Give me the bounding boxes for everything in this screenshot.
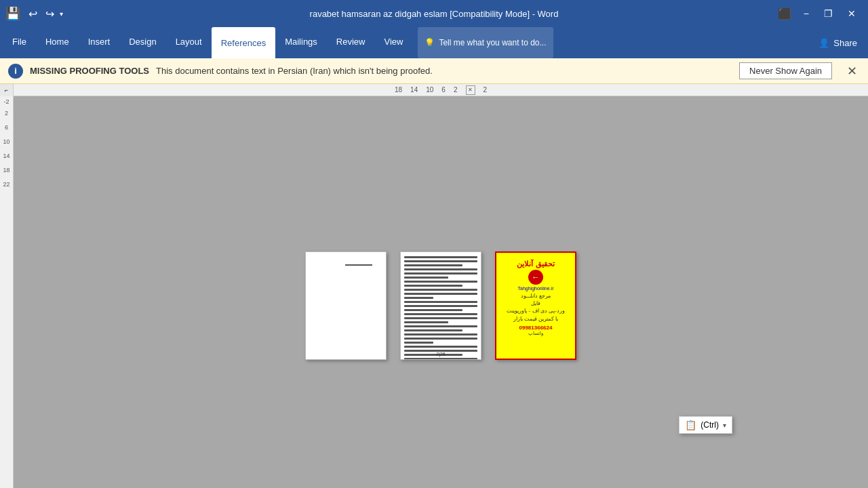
- restore-button[interactable]: ❐: [817, 0, 840, 27]
- quick-access-toolbar: 💾 ↩ ↪ ▾: [5, 6, 141, 22]
- paste-icon: 📋: [685, 420, 696, 430]
- horizontal-ruler: 18 14 10 6 2 ✕ 2: [14, 84, 868, 96]
- ruler-mark: 2: [454, 86, 458, 94]
- text-line: [404, 281, 477, 283]
- window-title: ravabet hamsaran az didgah eslam [Compat…: [141, 9, 727, 19]
- text-line: [404, 321, 448, 323]
- tab-mailings[interactable]: Mailings: [275, 27, 327, 58]
- text-line: [404, 260, 477, 262]
- text-line: [404, 272, 477, 274]
- document-page-1[interactable]: [305, 251, 387, 360]
- page-content: [401, 252, 481, 360]
- tab-design[interactable]: Design: [119, 27, 165, 58]
- lightbulb-icon: 💡: [425, 38, 435, 47]
- text-line: [404, 285, 462, 287]
- text-line: [404, 305, 477, 307]
- ruler-num: -2: [3, 99, 9, 105]
- tab-layout[interactable]: Layout: [166, 27, 212, 58]
- tab-file[interactable]: File: [3, 27, 36, 58]
- ruler-mark: 14: [410, 86, 418, 94]
- text-line: [404, 309, 462, 311]
- document-page-3[interactable]: تحقیق آنلاین ← Tahghighonline.ir مرجع دا…: [495, 251, 576, 360]
- ad-content: تحقیق آنلاین ← Tahghighonline.ir مرجع دا…: [499, 256, 572, 340]
- document-page-2[interactable]: 2|26: [400, 251, 481, 360]
- share-button[interactable]: 👤 Share: [810, 27, 865, 58]
- text-line: [404, 338, 477, 340]
- text-line: [404, 256, 477, 258]
- title-bar: 💾 ↩ ↪ ▾ ravabet hamsaran az didgah eslam…: [0, 0, 868, 27]
- text-line: [404, 293, 477, 295]
- ruler-num: 14: [3, 153, 9, 159]
- text-line: [404, 264, 462, 266]
- text-line: [404, 268, 477, 270]
- never-show-again-button[interactable]: Never Show Again: [739, 62, 832, 79]
- ruler-num: 2: [5, 110, 8, 117]
- tab-references[interactable]: References: [212, 27, 275, 58]
- ruler-num: 18: [3, 167, 9, 174]
- ruler-corner-button[interactable]: ⌐: [0, 84, 14, 96]
- ruler-mark: 10: [426, 86, 433, 94]
- page-number: 2|26: [436, 352, 446, 357]
- text-line: [404, 317, 477, 319]
- ruler-marks: 18 14 10 6 2 ✕ 2: [395, 85, 487, 95]
- text-line: [404, 313, 477, 315]
- text-line: [404, 333, 477, 336]
- ruler-mark-center: ✕: [465, 85, 475, 95]
- qat-dropdown-button[interactable]: ▾: [60, 10, 63, 18]
- text-line: [404, 329, 462, 331]
- redo-button[interactable]: ↪: [43, 6, 57, 22]
- share-label: Share: [833, 38, 857, 48]
- ruler-num: 6: [5, 125, 8, 131]
- text-line: [404, 346, 477, 348]
- document-area[interactable]: 2|26 تحقیق آنلاین ← Tahghighonline.ir مر…: [14, 96, 868, 488]
- paste-ctrl-label: (Ctrl): [701, 420, 719, 430]
- ribbon: File Home Insert Design Layout Reference…: [0, 27, 868, 58]
- ad-body: مرجع دانلـــود فایل ورد-پی دی اف - پاورپ…: [502, 292, 570, 323]
- tell-me-text: Tell me what you want to do...: [439, 38, 546, 47]
- paste-options-popup[interactable]: 📋 (Ctrl) ▾: [679, 416, 732, 434]
- tell-me-input[interactable]: 💡 Tell me what you want to do...: [418, 27, 553, 58]
- page-line: [345, 264, 372, 266]
- ad-phone: 09981366624: [502, 325, 570, 331]
- notification-bar: i MISSING PROOFING TOOLS This document c…: [0, 58, 868, 84]
- ad-title: تحقیق آنلاین: [502, 260, 570, 268]
- text-line: [404, 301, 477, 303]
- ruler-mark: 18: [395, 86, 402, 94]
- ruler-num: 22: [3, 182, 9, 188]
- notification-title: MISSING PROOFING TOOLS: [30, 66, 149, 76]
- text-line: [404, 325, 477, 327]
- ruler-mark: 2: [483, 86, 487, 94]
- tab-home[interactable]: Home: [36, 27, 79, 58]
- text-line: [404, 277, 448, 279]
- text-line: [404, 358, 477, 360]
- ruler-mark: 6: [441, 86, 446, 94]
- ruler-area: ⌐ 18 14 10 6 2 ✕ 2: [0, 84, 868, 96]
- tab-review[interactable]: Review: [327, 27, 375, 58]
- tab-insert[interactable]: Insert: [79, 27, 120, 58]
- ad-url: Tahghighonline.ir: [502, 286, 570, 291]
- pages-row: 2|26 تحقیق آنلاین ← Tahghighonline.ir مر…: [305, 251, 576, 360]
- main-area: -2 2 6 10 14 18 22: [0, 96, 868, 488]
- text-line: [404, 354, 462, 356]
- notification-message: This document contains text in Persian (…: [156, 66, 433, 76]
- text-line: [404, 342, 433, 344]
- text-line: [404, 289, 477, 291]
- text-line: [404, 297, 433, 299]
- minimize-button[interactable]: −: [797, 0, 816, 27]
- undo-button[interactable]: ↩: [26, 6, 40, 22]
- window-controls: ⬛ − ❐ ✕: [727, 0, 863, 27]
- share-icon: 👤: [818, 38, 829, 48]
- ribbon-display-button[interactable]: ⬛: [774, 6, 795, 22]
- ad-icon: ←: [528, 270, 543, 285]
- ruler-num: 10: [3, 139, 9, 145]
- info-icon: i: [8, 64, 23, 79]
- close-button[interactable]: ✕: [841, 0, 863, 27]
- save-icon[interactable]: 💾: [5, 6, 20, 21]
- tab-view[interactable]: View: [374, 27, 412, 58]
- paste-dropdown-icon[interactable]: ▾: [723, 422, 726, 429]
- vertical-ruler: -2 2 6 10 14 18 22: [0, 96, 14, 488]
- ad-social: واتساپ: [502, 331, 570, 336]
- notification-close-button[interactable]: ✕: [844, 64, 860, 79]
